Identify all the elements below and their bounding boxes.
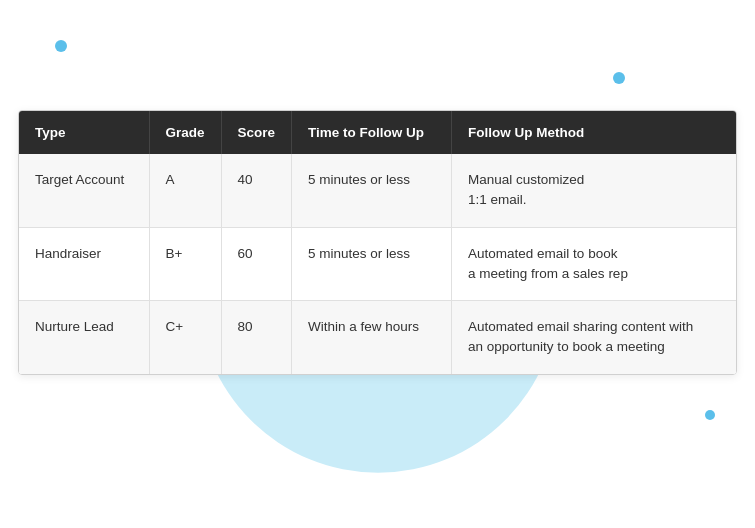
table-row: Target Account A 40 5 minutes or less Ma… xyxy=(19,154,736,227)
header-score: Score xyxy=(221,111,292,154)
data-table-wrapper: Type Grade Score Time to Follow Up Follo… xyxy=(18,110,737,375)
table-header-row: Type Grade Score Time to Follow Up Follo… xyxy=(19,111,736,154)
table-row: Handraiser B+ 60 5 minutes or less Autom… xyxy=(19,227,736,301)
header-grade: Grade xyxy=(149,111,221,154)
cell-score: 40 xyxy=(221,154,292,227)
header-time: Time to Follow Up xyxy=(292,111,452,154)
cell-type: Handraiser xyxy=(19,227,149,301)
decorative-dot-1 xyxy=(55,40,67,52)
decorative-dot-2 xyxy=(613,72,625,84)
cell-time: 5 minutes or less xyxy=(292,154,452,227)
cell-time: Within a few hours xyxy=(292,301,452,374)
cell-type: Target Account xyxy=(19,154,149,227)
cell-grade: A xyxy=(149,154,221,227)
cell-method: Manual customized1:1 email. xyxy=(452,154,736,227)
cell-grade: C+ xyxy=(149,301,221,374)
table-row: Nurture Lead C+ 80 Within a few hours Au… xyxy=(19,301,736,374)
cell-type: Nurture Lead xyxy=(19,301,149,374)
header-type: Type xyxy=(19,111,149,154)
cell-time: 5 minutes or less xyxy=(292,227,452,301)
cell-method: Automated email sharing content withan o… xyxy=(452,301,736,374)
header-method: Follow Up Method xyxy=(452,111,736,154)
cell-score: 60 xyxy=(221,227,292,301)
decorative-dot-3 xyxy=(705,410,715,420)
cell-score: 80 xyxy=(221,301,292,374)
lead-scoring-table: Type Grade Score Time to Follow Up Follo… xyxy=(19,111,736,374)
cell-method: Automated email to booka meeting from a … xyxy=(452,227,736,301)
cell-grade: B+ xyxy=(149,227,221,301)
